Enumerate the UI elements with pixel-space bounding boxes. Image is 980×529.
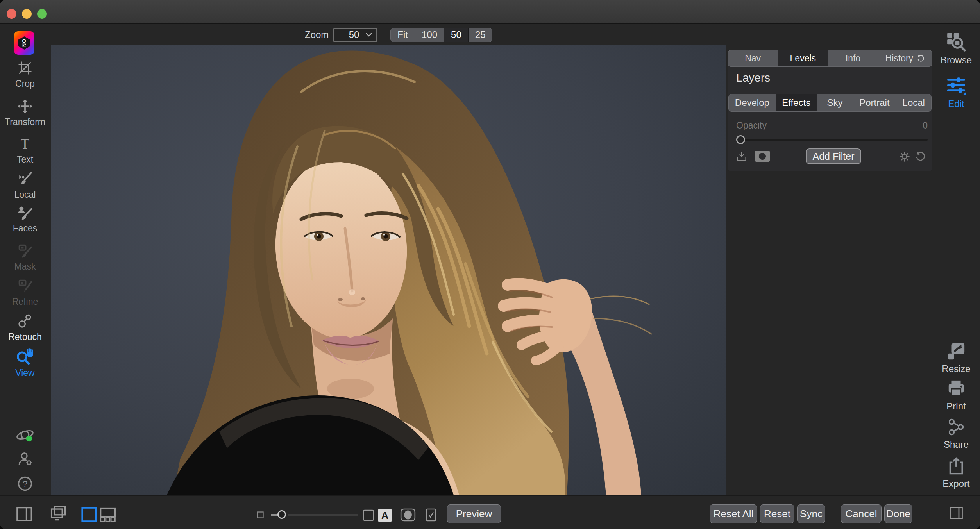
browse-icon bbox=[946, 31, 967, 52]
dual-display-icon[interactable] bbox=[49, 505, 68, 523]
on1-logo-text: ON bbox=[21, 39, 27, 47]
tool-retouch-label: Retouch bbox=[8, 332, 42, 342]
opacity-slider-track bbox=[736, 139, 928, 141]
import-preset-icon[interactable] bbox=[735, 150, 748, 163]
tool-text[interactable]: T Text bbox=[0, 135, 50, 165]
zoom-preset-fit[interactable]: Fit bbox=[391, 28, 415, 42]
filter-tab-local[interactable]: Local bbox=[896, 94, 931, 111]
tool-text-label: Text bbox=[17, 154, 33, 165]
tab-history[interactable]: History bbox=[878, 50, 932, 66]
panel-right-icon[interactable] bbox=[949, 506, 964, 520]
preview-slider-track-right bbox=[288, 514, 358, 516]
opacity-slider-handle[interactable] bbox=[736, 135, 745, 144]
text-icon: T bbox=[16, 135, 34, 152]
undo-icon bbox=[916, 54, 925, 63]
help-button[interactable]: ? bbox=[0, 475, 50, 492]
preview-size-small-icon bbox=[256, 511, 264, 519]
print-icon bbox=[946, 379, 966, 399]
photo-canvas[interactable] bbox=[51, 45, 726, 495]
export-icon bbox=[946, 456, 966, 476]
filter-tab-effects[interactable]: Effects bbox=[776, 94, 817, 111]
tab-info[interactable]: Info bbox=[828, 50, 878, 66]
filter-tab-develop[interactable]: Develop bbox=[729, 94, 776, 111]
tool-refine[interactable]: Refine bbox=[0, 277, 50, 307]
zoom-label: Zoom bbox=[305, 29, 329, 40]
zoom-preset-50[interactable]: 50 bbox=[444, 28, 469, 42]
tool-faces[interactable]: Faces bbox=[0, 204, 50, 234]
zoom-preset-25[interactable]: 25 bbox=[469, 28, 492, 42]
edit-icon bbox=[946, 75, 967, 96]
portrait-photo bbox=[51, 45, 726, 495]
single-view-icon[interactable] bbox=[80, 506, 98, 523]
tool-crop-label: Crop bbox=[15, 79, 35, 89]
zoom-preset-100[interactable]: 100 bbox=[415, 28, 444, 42]
reset-filter-icon[interactable] bbox=[914, 151, 926, 163]
preview-button[interactable]: Preview bbox=[447, 504, 501, 523]
account-icon bbox=[16, 450, 34, 467]
tool-view-label: View bbox=[15, 368, 34, 378]
tool-faces-label: Faces bbox=[13, 223, 38, 234]
original-view-icon[interactable] bbox=[362, 509, 375, 522]
filter-actions-row: Add Filter bbox=[728, 148, 932, 165]
minimize-button[interactable] bbox=[22, 9, 32, 19]
sync-orbit-icon bbox=[15, 425, 35, 445]
tab-levels[interactable]: Levels bbox=[778, 50, 828, 66]
show-mask-icon[interactable] bbox=[400, 508, 416, 522]
filter-tab-sky[interactable]: Sky bbox=[817, 94, 853, 111]
module-export[interactable]: Export bbox=[932, 456, 980, 489]
tool-mask-label: Mask bbox=[14, 261, 36, 272]
module-print-label: Print bbox=[946, 401, 966, 412]
tool-transform-label: Transform bbox=[5, 117, 45, 127]
fullscreen-button[interactable] bbox=[37, 9, 47, 19]
module-browse-label: Browse bbox=[941, 55, 972, 66]
chevron-down-icon bbox=[365, 32, 372, 37]
done-button[interactable]: Done bbox=[884, 504, 912, 523]
resize-icon bbox=[946, 341, 966, 361]
tool-crop[interactable]: Crop bbox=[0, 59, 50, 89]
panel-left-icon[interactable] bbox=[16, 506, 33, 522]
zoom-presets: Fit 100 50 25 bbox=[390, 28, 492, 42]
tool-transform[interactable]: Transform bbox=[0, 98, 50, 127]
layers-section-title: Layers bbox=[736, 71, 770, 84]
sync-button[interactable]: Sync bbox=[797, 504, 825, 523]
on1-logo-hexagon: ON bbox=[18, 36, 30, 50]
svg-text:?: ? bbox=[23, 479, 27, 489]
filmstrip-view-icon[interactable] bbox=[99, 506, 116, 523]
tool-view[interactable]: View bbox=[0, 348, 50, 378]
tool-local-label: Local bbox=[14, 189, 36, 200]
mask-thumbnail-icon[interactable] bbox=[754, 150, 771, 163]
opacity-row: Opacity 0 bbox=[736, 120, 928, 131]
tab-nav[interactable]: Nav bbox=[728, 50, 778, 66]
compare-original-icon[interactable]: A bbox=[378, 509, 392, 522]
tool-retouch[interactable]: Retouch bbox=[0, 313, 50, 342]
close-button[interactable] bbox=[7, 9, 16, 19]
filter-tab-portrait[interactable]: Portrait bbox=[853, 94, 896, 111]
retouch-icon bbox=[16, 313, 34, 330]
tool-mask[interactable]: Mask bbox=[0, 242, 50, 272]
preview-slider-handle[interactable] bbox=[277, 510, 286, 519]
cancel-button[interactable]: Cancel bbox=[841, 504, 882, 523]
module-browse[interactable]: Browse bbox=[932, 31, 980, 66]
add-filter-button[interactable]: Add Filter bbox=[806, 148, 861, 164]
module-share[interactable]: Share bbox=[932, 417, 980, 450]
reset-button[interactable]: Reset bbox=[760, 504, 794, 523]
sync-status-button[interactable] bbox=[0, 425, 50, 445]
account-button[interactable] bbox=[0, 450, 50, 467]
opacity-slider[interactable] bbox=[736, 135, 928, 145]
module-edit[interactable]: Edit bbox=[932, 75, 980, 109]
module-print[interactable]: Print bbox=[932, 379, 980, 412]
soft-proof-icon[interactable] bbox=[424, 508, 438, 522]
module-resize-label: Resize bbox=[942, 363, 970, 374]
reset-all-button[interactable]: Reset All bbox=[710, 504, 757, 523]
help-icon: ? bbox=[16, 475, 34, 492]
share-icon bbox=[946, 417, 966, 437]
gear-icon[interactable] bbox=[899, 151, 910, 163]
tool-local[interactable]: Local bbox=[0, 170, 50, 200]
module-edit-label: Edit bbox=[948, 98, 964, 109]
filter-category-tabs: Develop Effects Sky Portrait Local bbox=[728, 94, 932, 112]
crop-icon bbox=[16, 59, 34, 77]
titlebar bbox=[0, 0, 980, 24]
zoom-level-dropdown[interactable]: 50 bbox=[333, 28, 377, 42]
module-resize[interactable]: Resize bbox=[932, 341, 980, 374]
module-export-label: Export bbox=[942, 478, 969, 489]
